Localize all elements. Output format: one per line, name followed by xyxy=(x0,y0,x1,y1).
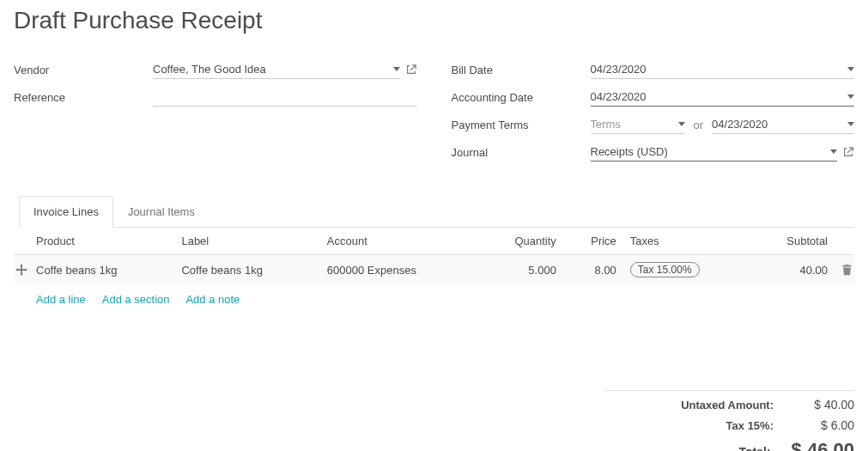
journal-dropdown[interactable]: Receipts (USD) xyxy=(591,143,838,162)
vendor-dropdown[interactable]: Coffee, The Good Idea xyxy=(153,60,400,79)
untaxed-label: Untaxed Amount: xyxy=(605,399,794,411)
cell-quantity[interactable]: 5.000 xyxy=(478,255,563,285)
bill-date-input[interactable]: 04/23/2020 xyxy=(591,60,855,79)
accounting-date-input[interactable]: 04/23/2020 xyxy=(591,88,855,107)
payment-due-date-value: 04/23/2020 xyxy=(712,115,844,133)
move-icon[interactable] xyxy=(15,264,27,276)
grand-total-label: Total: xyxy=(605,445,792,451)
chevron-down-icon[interactable] xyxy=(847,94,854,99)
col-subtotal: Subtotal xyxy=(750,228,835,255)
tabs: Invoice Lines Journal Items xyxy=(19,196,854,228)
tab-journal-items[interactable]: Journal Items xyxy=(113,196,209,228)
col-account: Account xyxy=(320,228,478,255)
cell-taxes[interactable]: Tax 15.00% xyxy=(623,255,750,285)
vendor-label: Vendor xyxy=(14,64,153,76)
cell-account[interactable]: 600000 Expenses xyxy=(320,255,478,285)
add-note-link[interactable]: Add a note xyxy=(185,293,240,306)
payment-terms-dropdown[interactable]: Terms xyxy=(591,115,685,134)
table-row[interactable]: Coffe beans 1kg Coffe beans 1kg 600000 E… xyxy=(14,255,854,285)
bill-date-label: Bill Date xyxy=(452,64,591,76)
external-link-icon[interactable] xyxy=(405,64,417,76)
col-taxes: Taxes xyxy=(623,228,750,255)
chevron-down-icon[interactable] xyxy=(830,149,837,154)
col-price: Price xyxy=(563,228,623,255)
chevron-down-icon[interactable] xyxy=(847,67,854,71)
col-quantity: Quantity xyxy=(478,228,563,255)
vendor-value: Coffee, The Good Idea xyxy=(153,60,390,78)
tax-total-label: Tax 15%: xyxy=(605,419,794,432)
reference-label: Reference xyxy=(14,91,153,104)
accounting-date-label: Accounting Date xyxy=(452,91,591,104)
add-line-link[interactable]: Add a line xyxy=(36,293,86,306)
form-grid: Vendor Coffee, The Good Idea Reference B… xyxy=(14,58,854,168)
untaxed-value: $ 40.00 xyxy=(794,398,854,411)
cell-product[interactable]: Coffe beans 1kg xyxy=(29,255,174,285)
tax-total-value: $ 6.00 xyxy=(794,418,854,432)
cell-subtotal: 40.00 xyxy=(750,255,835,285)
journal-value: Receipts (USD) xyxy=(591,143,828,161)
payment-terms-or: or xyxy=(690,119,707,131)
add-section-link[interactable]: Add a section xyxy=(102,293,170,306)
accounting-date-value: 04/23/2020 xyxy=(591,88,845,106)
tax-badge[interactable]: Tax 15.00% xyxy=(630,262,700,277)
external-link-icon[interactable] xyxy=(842,146,854,158)
chevron-down-icon[interactable] xyxy=(847,122,854,126)
col-product: Product xyxy=(29,228,174,255)
chevron-down-icon[interactable] xyxy=(678,122,685,126)
tab-invoice-lines[interactable]: Invoice Lines xyxy=(19,196,113,228)
payment-due-date-input[interactable]: 04/23/2020 xyxy=(712,115,854,134)
journal-label: Journal xyxy=(452,146,591,159)
form-col-right: Bill Date 04/23/2020 Accounting Date 04/… xyxy=(452,58,855,168)
form-col-left: Vendor Coffee, The Good Idea Reference xyxy=(14,58,417,168)
chevron-down-icon[interactable] xyxy=(393,67,400,71)
payment-terms-label: Payment Terms xyxy=(452,119,591,131)
reference-input[interactable] xyxy=(153,88,417,107)
invoice-lines-table: Product Label Account Quantity Price Tax… xyxy=(14,228,854,313)
trash-icon[interactable] xyxy=(841,264,853,276)
bill-date-value: 04/23/2020 xyxy=(591,60,845,78)
cell-price[interactable]: 8.00 xyxy=(563,255,623,285)
grand-total-value: $ 46.00 xyxy=(792,439,854,451)
cell-label[interactable]: Coffe beans 1kg xyxy=(174,255,319,285)
col-label: Label xyxy=(174,228,319,255)
payment-terms-placeholder: Terms xyxy=(591,115,675,133)
totals: Untaxed Amount: $ 40.00 Tax 15%: $ 6.00 … xyxy=(14,390,854,451)
page-title: Draft Purchase Receipt xyxy=(14,7,854,34)
